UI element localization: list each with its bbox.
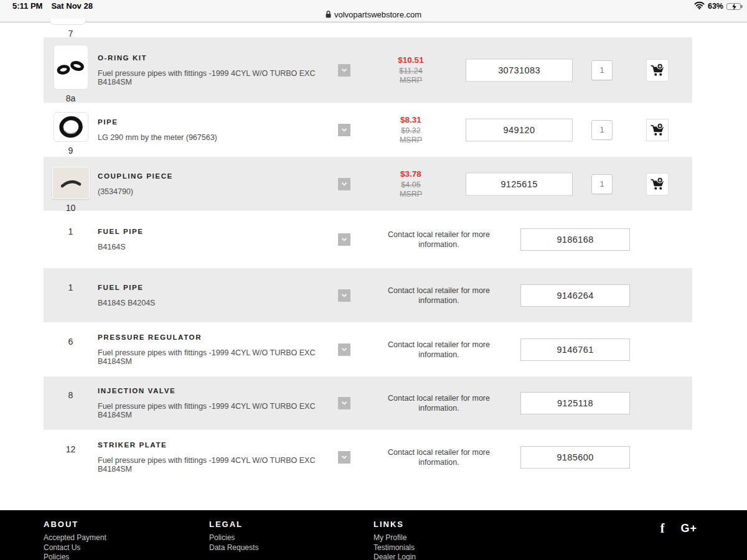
part-info: O-RING KIT Fuel pressure pipes with fitt…: [98, 54, 337, 86]
battery-charging-icon: [726, 3, 741, 10]
clock-date: Sat Nov 28: [51, 1, 92, 11]
sale-price: $8.31: [370, 115, 451, 124]
expand-row-button[interactable]: [338, 451, 350, 464]
part-number-field[interactable]: [520, 392, 630, 414]
msrp-price: $4.05: [370, 180, 451, 190]
part-ref: 1: [44, 226, 98, 236]
footer-link-policies[interactable]: Policies: [209, 533, 258, 543]
part-title: FUEL PIPE: [98, 228, 337, 235]
price-block: $3.78 $4.05 MSRP: [370, 169, 451, 199]
add-to-cart-button[interactable]: [646, 173, 669, 195]
part-image-o-rings[interactable]: [54, 45, 88, 90]
chevron-down-icon: [340, 345, 349, 354]
add-to-cart-icon: [649, 122, 665, 138]
expand-row-button[interactable]: [338, 124, 350, 136]
part-thumbnail-cell: 9: [44, 112, 98, 156]
part-description: Fuel pressure pipes with fittings -1999 …: [98, 456, 337, 474]
part-info: COUPLING PIECE (3534790): [98, 172, 337, 196]
o-ring-pair-icon: [55, 55, 87, 80]
part-title: O-RING KIT: [98, 54, 337, 62]
expand-row-button[interactable]: [338, 289, 350, 302]
part-info: PRESSURE REGULATOR Fuel pressure pipes w…: [98, 334, 337, 366]
footer-link-contact-us[interactable]: Contact Us: [44, 543, 106, 553]
battery-percentage: 63%: [708, 2, 723, 11]
browser-screen: 5:11 PM Sat Nov 28 63%: [0, 0, 747, 560]
part-number-field[interactable]: [520, 446, 630, 469]
msrp-price: $9.32: [370, 126, 451, 136]
footer-link-my-profile[interactable]: My Profile: [374, 533, 416, 543]
part-image-coupling[interactable]: [52, 167, 90, 199]
part-image-pipe[interactable]: [54, 112, 88, 142]
price-block: $10.51 $11.24 MSRP: [370, 55, 451, 85]
part-row: 1 FUEL PIPE B4184S B4204S Contact local …: [44, 268, 692, 322]
part-ref: 6: [44, 337, 98, 347]
sale-price: $10.51: [370, 55, 451, 65]
part-row: 6 PRESSURE REGULATOR Fuel pressure pipes…: [44, 322, 692, 376]
part-description: LG 290 mm by the meter (967563): [98, 133, 337, 142]
part-thumbnail-partial: [49, 19, 87, 25]
part-thumbnail-cell: 8a: [44, 45, 98, 103]
sale-price: $3.78: [370, 169, 451, 179]
part-ref: 12: [44, 444, 98, 454]
part-info: FUEL PIPE B4184S B4204S: [98, 284, 337, 307]
expand-row-button[interactable]: [338, 64, 350, 77]
part-title: STRIKER PLATE: [98, 441, 337, 449]
price-block: $8.31 $9.32 MSRP: [370, 115, 451, 145]
footer-link-accepted-payment[interactable]: Accepted Payment: [44, 533, 106, 543]
part-row: 12 STRIKER PLATE Fuel pressure pipes wit…: [44, 430, 692, 484]
part-description: Fuel pressure pipes with fittings -1999 …: [98, 69, 337, 86]
expand-row-button[interactable]: [338, 343, 350, 356]
part-info: STRIKER PLATE Fuel pressure pipes with f…: [98, 441, 337, 474]
part-number-field[interactable]: [466, 58, 573, 82]
part-number-field[interactable]: [520, 284, 630, 307]
footer-link-policies[interactable]: Policies: [44, 553, 106, 560]
msrp-label: MSRP: [370, 76, 451, 85]
facebook-icon[interactable]: f: [660, 521, 665, 536]
expand-row-button[interactable]: [338, 233, 350, 246]
footer-link-testimonials[interactable]: Testimonials: [374, 543, 416, 553]
quantity-field[interactable]: [591, 60, 613, 80]
expand-row-button[interactable]: [338, 178, 350, 190]
part-title: INJECTION VALVE: [98, 387, 337, 394]
chevron-down-icon: [340, 126, 349, 134]
footer-link-data-requests[interactable]: Data Requests: [209, 543, 258, 553]
part-ref: 1: [44, 282, 98, 292]
chevron-down-icon: [340, 399, 349, 408]
footer-heading: ABOUT: [44, 520, 106, 529]
part-number-field[interactable]: [520, 338, 630, 361]
part-description: B4184S B4204S: [98, 299, 337, 307]
lock-icon: [326, 11, 331, 20]
url-text: volvopartswebstore.com: [334, 10, 421, 19]
footer-column-about: ABOUT Accepted Payment Contact Us Polici…: [44, 520, 106, 560]
footer-link-dealer-login[interactable]: Dealer Login: [374, 553, 416, 560]
part-description: Fuel pressure pipes with fittings -1999 …: [98, 348, 337, 366]
part-number-field[interactable]: [466, 118, 573, 141]
chevron-down-icon: [340, 66, 349, 75]
contact-retailer-note: Contact local retailer for more informat…: [370, 286, 507, 306]
add-to-cart-button[interactable]: [646, 119, 669, 141]
parts-table: 7 8a O-RING KIT Fuel pressure pipes with…: [44, 22, 692, 484]
part-description: Fuel pressure pipes with fittings -1999 …: [98, 402, 337, 419]
footer-heading: LEGAL: [209, 520, 258, 529]
part-description: (3534790): [98, 187, 337, 196]
google-plus-icon[interactable]: G+: [680, 522, 697, 535]
address-bar[interactable]: volvopartswebstore.com: [0, 10, 747, 20]
msrp-label: MSRP: [370, 190, 451, 199]
part-number-field[interactable]: [520, 228, 630, 251]
msrp-label: MSRP: [370, 136, 451, 145]
part-row: 8 INJECTION VALVE Fuel pressure pipes wi…: [44, 376, 692, 430]
part-title: FUEL PIPE: [98, 284, 337, 291]
part-ref: 8: [44, 390, 98, 400]
part-number-field[interactable]: [466, 172, 573, 195]
chevron-down-icon: [340, 180, 349, 189]
chevron-down-icon: [340, 291, 349, 300]
quantity-field[interactable]: [591, 174, 613, 194]
add-to-cart-button[interactable]: [646, 59, 669, 82]
part-title: PIPE: [98, 118, 337, 126]
expand-row-button[interactable]: [338, 397, 350, 409]
quantity-field[interactable]: [591, 120, 613, 140]
contact-retailer-note: Contact local retailer for more informat…: [370, 230, 507, 250]
pipe-ring-icon: [57, 114, 85, 139]
part-info: PIPE LG 290 mm by the meter (967563): [98, 118, 337, 142]
part-description: B4164S: [98, 243, 337, 251]
